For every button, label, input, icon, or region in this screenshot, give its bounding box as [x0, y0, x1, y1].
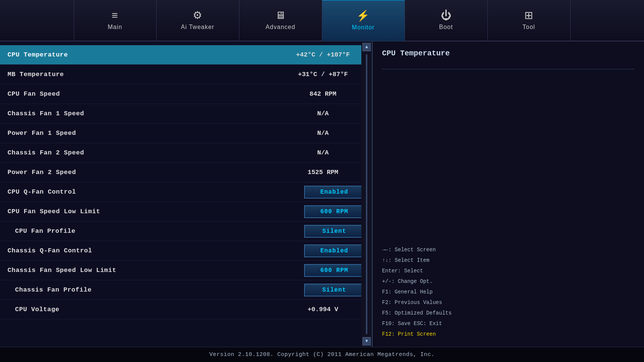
menu-row-cpu-temperature[interactable]: CPU Temperature+42°C / +107°F — [0, 45, 372, 65]
help-line: →←: Select Screen — [382, 244, 635, 255]
nav-tab-tool[interactable]: ⊞Tool — [488, 0, 571, 41]
status-text: Version 2.10.1208. Copyright (C) 2011 Am… — [209, 351, 435, 358]
menu-row-power-fan-1-speed[interactable]: Power Fan 1 SpeedN/A — [0, 124, 372, 143]
left-panel: CPU Temperature+42°C / +107°FMB Temperat… — [0, 41, 373, 347]
menu-label-chassis-fan-2-speed: Chassis Fan 2 Speed — [8, 149, 282, 156]
info-title: CPU Temperature — [382, 49, 635, 58]
menu-btn-cpu-fan-profile[interactable]: Silent — [304, 225, 364, 238]
monitor-label: Monitor — [352, 24, 375, 31]
menu-label-power-fan-1-speed: Power Fan 1 Speed — [8, 130, 282, 137]
scroll-down-arrow[interactable]: ▼ — [362, 337, 371, 345]
help-line: ↑↓: Select Item — [382, 255, 635, 266]
menu-value-cpu-fan-speed: 842 RPM — [282, 90, 364, 98]
nav-tab-monitor[interactable]: ⚡Monitor — [322, 0, 405, 41]
main-content: CPU Temperature+42°C / +107°FMB Temperat… — [0, 41, 644, 347]
help-text: →←: Select Screen↑↓: Select ItemEnter: S… — [382, 244, 635, 339]
menu-row-cpu-fan-profile[interactable]: CPU Fan ProfileSilent — [0, 221, 372, 241]
menu-btn-chassis-q-fan-control[interactable]: Enabled — [304, 244, 364, 257]
scrollbar: ▲ ▼ — [361, 41, 372, 347]
top-nav: ≡Main⚙Ai Tweaker🖥Advanced⚡Monitor⏻Boot⊞T… — [0, 0, 644, 41]
menu-label-cpu-voltage: CPU Voltage — [8, 306, 282, 313]
menu-row-chassis-fan-speed-low-limit[interactable]: Chassis Fan Speed Low Limit600 RPM — [0, 261, 372, 280]
menu-label-cpu-q-fan-control: CPU Q-Fan Control — [8, 188, 304, 196]
menu-label-chassis-fan-1-speed: Chassis Fan 1 Speed — [8, 110, 282, 117]
menu-label-chassis-fan-speed-low-limit: Chassis Fan Speed Low Limit — [8, 267, 304, 274]
menu-row-chassis-fan-2-speed[interactable]: Chassis Fan 2 SpeedN/A — [0, 143, 372, 163]
menu-row-cpu-fan-speed[interactable]: CPU Fan Speed842 RPM — [0, 84, 372, 104]
monitor-icon: ⚡ — [356, 11, 370, 21]
help-line: +/-: Change Opt. — [382, 276, 635, 287]
scroll-up-arrow[interactable]: ▲ — [362, 43, 371, 51]
help-line: F2: Previous Values — [382, 297, 635, 308]
scroll-track — [366, 54, 367, 334]
help-line: F10: Save ESC: Exit — [382, 318, 635, 329]
menu-value-mb-temperature: +31°C / +87°F — [282, 71, 364, 78]
menu-value-power-fan-2-speed: 1525 RPM — [282, 169, 364, 176]
menu-value-chassis-fan-1-speed: N/A — [282, 110, 364, 117]
help-line: F1: General Help — [382, 287, 635, 297]
nav-tab-main[interactable]: ≡Main — [74, 0, 157, 41]
right-panel: CPU Temperature →←: Select Screen↑↓: Sel… — [373, 41, 644, 347]
ai-tweaker-label: Ai Tweaker — [181, 24, 215, 31]
ai-tweaker-icon: ⚙ — [193, 10, 202, 21]
boot-label: Boot — [439, 24, 453, 31]
menu-value-chassis-fan-2-speed: N/A — [282, 149, 364, 156]
info-divider — [382, 69, 635, 69]
menu-row-power-fan-2-speed[interactable]: Power Fan 2 Speed1525 RPM — [0, 163, 372, 182]
nav-tab-ai-tweaker[interactable]: ⚙Ai Tweaker — [157, 0, 239, 41]
menu-btn-chassis-fan-profile[interactable]: Silent — [304, 284, 364, 296]
tool-label: Tool — [522, 24, 535, 31]
menu-label-mb-temperature: MB Temperature — [8, 71, 282, 78]
main-icon: ≡ — [112, 10, 118, 21]
status-bar: Version 2.10.1208. Copyright (C) 2011 Am… — [0, 347, 644, 362]
menu-label-chassis-fan-profile: Chassis Fan Profile — [8, 286, 304, 293]
menu-btn-cpu-q-fan-control[interactable]: Enabled — [304, 186, 364, 199]
menu-value-cpu-temperature: +42°C / +107°F — [282, 51, 364, 58]
boot-icon: ⏻ — [441, 10, 452, 21]
menu-label-cpu-fan-speed-low-limit: CPU Fan Speed Low Limit — [8, 208, 304, 215]
menu-row-cpu-voltage[interactable]: CPU Voltage+0.994 V — [0, 300, 372, 319]
advanced-label: Advanced — [265, 24, 295, 31]
main-label: Main — [108, 24, 122, 31]
menu-btn-cpu-fan-speed-low-limit[interactable]: 600 RPM — [304, 205, 364, 218]
help-line: Enter: Select — [382, 266, 635, 276]
menu-value-cpu-voltage: +0.994 V — [282, 306, 364, 313]
menu-btn-chassis-fan-speed-low-limit[interactable]: 600 RPM — [304, 264, 364, 277]
menu-row-chassis-q-fan-control[interactable]: Chassis Q-Fan ControlEnabled — [0, 241, 372, 261]
help-line: F5: Optimized Defaults — [382, 308, 635, 318]
menu-label-cpu-fan-profile: CPU Fan Profile — [8, 228, 304, 235]
menu-row-chassis-fan-profile[interactable]: Chassis Fan ProfileSilent — [0, 280, 372, 300]
menu-value-power-fan-1-speed: N/A — [282, 130, 364, 137]
menu-label-cpu-temperature: CPU Temperature — [8, 51, 282, 58]
menu-row-cpu-q-fan-control[interactable]: CPU Q-Fan ControlEnabled — [0, 182, 372, 202]
menu-label-power-fan-2-speed: Power Fan 2 Speed — [8, 169, 282, 176]
advanced-icon: 🖥 — [275, 10, 286, 21]
nav-tab-boot[interactable]: ⏻Boot — [405, 0, 488, 41]
menu-row-cpu-fan-speed-low-limit[interactable]: CPU Fan Speed Low Limit600 RPM — [0, 202, 372, 221]
nav-tab-advanced[interactable]: 🖥Advanced — [239, 0, 322, 41]
menu-row-chassis-fan-1-speed[interactable]: Chassis Fan 1 SpeedN/A — [0, 104, 372, 124]
tool-icon: ⊞ — [524, 10, 533, 21]
menu-label-cpu-fan-speed: CPU Fan Speed — [8, 90, 282, 98]
menu-row-mb-temperature[interactable]: MB Temperature+31°C / +87°F — [0, 65, 372, 84]
help-line: F12: Print Screen — [382, 329, 635, 339]
menu-label-chassis-q-fan-control: Chassis Q-Fan Control — [8, 247, 304, 254]
